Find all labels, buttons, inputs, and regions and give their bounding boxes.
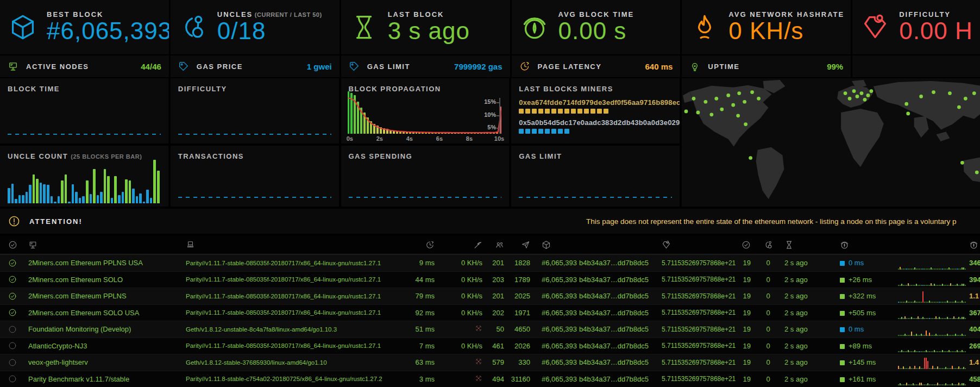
block-propagation-xaxis: 0s2s4s6s8s10s (348, 135, 502, 142)
sparkline-bar (944, 302, 945, 303)
table-header-col-15 (968, 240, 980, 249)
uncle-count-bar (72, 184, 74, 203)
pinned-check-icon (8, 308, 17, 317)
sparkline-bar (932, 285, 933, 286)
sparkline-bar (931, 318, 932, 319)
node-total-difficulty: 5.711535269757868e+21 (643, 359, 733, 366)
node-propagation: +161 ms (816, 375, 896, 383)
sparkline-bar (900, 285, 901, 286)
sparkline-bar (960, 384, 961, 385)
mini-stat-value: 1 gwei (307, 62, 332, 71)
node-total-difficulty: 5.711535269757868e+21 (643, 309, 733, 316)
sparkline-bar (908, 368, 909, 369)
node-propagation-avg: 1.4 s (968, 358, 980, 366)
propagation-ytick-mark (497, 102, 500, 103)
mini-stat-gas-price: GAS PRICE1 gwei (171, 55, 340, 77)
sparkline-bar (948, 302, 950, 303)
sparkline-bar (962, 301, 963, 303)
node-name[interactable]: 2Miners.com Ethereum PPLNS USA (25, 259, 183, 267)
uncle-count-bar (15, 199, 17, 203)
top-stat-value: 3 s ago (388, 18, 470, 43)
sparkline-bar (900, 351, 901, 352)
propagation-curve (348, 97, 502, 134)
miner-block-square (558, 109, 563, 114)
sparkline-bar (924, 384, 925, 385)
panel-transactions: TRANSACTIONS (171, 146, 339, 207)
node-row-2miners-com-ethereum-solo[interactable]: 2Miners.com Ethereum SOLOParity//v1.11.7… (0, 271, 980, 288)
node-name[interactable]: 2Miners.com Ethereum SOLO (25, 276, 183, 284)
sparkline-bar (952, 302, 953, 303)
gas-spending-title: GAS SPENDING (349, 152, 502, 160)
charts-grid: BLOCK TIME DIFFICULTY BLOCK PROPAGATION … (0, 78, 980, 207)
node-last-block: #6,065,393 (535, 358, 577, 366)
node-row-parity-benchmark-v1-11-7-stable[interactable]: Parity Benchmark v1.11.7/stableParity//v… (0, 371, 980, 387)
latency-header-icon (425, 240, 435, 249)
node-pin (0, 325, 25, 334)
node-row-2miners-com-ethereum-pplns[interactable]: 2Miners.com Ethereum PPLNSParity//v1.11.… (0, 288, 980, 304)
node-row-veox-geth-lightserv[interactable]: veox-geth-lightservGeth/v1.8.12-stable-3… (0, 354, 980, 371)
node-row-2miners-com-ethereum-solo-usa[interactable]: 2Miners.com Ethereum SOLO USAParity//v1.… (0, 304, 980, 321)
sparkline-bar (909, 335, 910, 336)
mini-stat-page-latency: PAGE LATENCY640 ms (512, 55, 681, 77)
sparkline-bar (957, 335, 958, 336)
node-mining (438, 324, 490, 334)
check-circle-header-icon (742, 240, 751, 249)
sparkline-bar (911, 285, 912, 286)
propagation-xtick: 0s (347, 135, 353, 142)
node-name[interactable]: veox-geth-lightserv (25, 358, 183, 366)
latency-icon (519, 61, 530, 72)
sparkline-bar (913, 368, 914, 369)
hourglass-header-icon (784, 240, 794, 249)
sparkline-bar (903, 269, 904, 270)
sparkline-bar (942, 302, 943, 303)
node-type: Geth/v1.8.12-unstable-8c4a7fa8/linux-amd… (183, 326, 389, 333)
sparkline-bar (931, 335, 932, 336)
node-name[interactable]: AtlanticCrypto-NJ3 (25, 342, 183, 350)
hourglass-icon (350, 13, 378, 41)
sparkline-bar (952, 351, 953, 352)
transactions-title: TRANSACTIONS (178, 152, 331, 160)
sparkline-bar (955, 384, 956, 385)
uncle-count-bar (104, 169, 106, 203)
difficulty-chart-title: DIFFICULTY (178, 85, 331, 93)
miner-block-square (519, 129, 524, 134)
node-dot (749, 156, 752, 160)
node-name[interactable]: 2Miners.com Ethereum SOLO USA (25, 309, 183, 317)
sparkline-bar (929, 301, 930, 303)
node-propagation-history (896, 306, 968, 319)
sparkline-bar (939, 269, 940, 270)
top-stat-text: LAST BLOCK3 s ago (388, 10, 470, 43)
top-stat-text: DIFFICULTY0.00 H (899, 10, 973, 43)
sparkline-bar (962, 383, 963, 385)
sparkline-bar (950, 302, 951, 303)
table-header-col-1 (25, 240, 183, 249)
uncle-count-bar (75, 192, 78, 203)
sparkline-bar (908, 350, 909, 352)
sparkline-bar (926, 330, 927, 336)
node-row-2miners-com-ethereum-pplns-usa[interactable]: 2Miners.com Ethereum PPLNS USAParity//v1… (0, 254, 980, 271)
node-latency: 51 ms (389, 325, 438, 333)
node-mining: 0 KH/s (438, 309, 490, 317)
gauge-header-icon (840, 240, 849, 249)
sparkline-bar (908, 335, 909, 336)
sparkline-bar (937, 285, 938, 286)
propagation-sparkline (898, 306, 966, 319)
node-row-foundation-monitoring-develop-[interactable]: Foundation Monitoring (Develop)Geth/v1.8… (0, 321, 980, 338)
node-name[interactable]: Foundation Monitoring (Develop) (25, 325, 183, 333)
sparkline-bar (898, 366, 899, 369)
flame-icon (690, 13, 719, 41)
miner-address[interactable]: 0x5a0b54d5dc17e0aadc383d2db43b0a0d3e029c… (519, 118, 672, 127)
sparkline-bar (898, 285, 899, 286)
node-name[interactable]: 2Miners.com Ethereum PPLNS (25, 292, 183, 300)
sparkline-bar (945, 351, 946, 352)
miner-address[interactable]: 0xea674fdde714fd979de3edf0f56aa9716b898e… (519, 98, 672, 107)
top-stat-value: 0.00 H (899, 18, 973, 43)
table-header-col-0 (0, 240, 25, 249)
attention-label: ATTENTION! (29, 217, 83, 226)
node-row-atlanticcrypto-nj3[interactable]: AtlanticCrypto-NJ3Parity//v1.11.7-stable… (0, 338, 980, 354)
sparkline-bar (914, 285, 915, 286)
sparkline-bar (937, 302, 938, 303)
node-name[interactable]: Parity Benchmark v1.11.7/stable (25, 375, 183, 383)
uncle-count-bar (157, 171, 160, 203)
block-propagation-chart: 15%10%5% (348, 97, 502, 134)
